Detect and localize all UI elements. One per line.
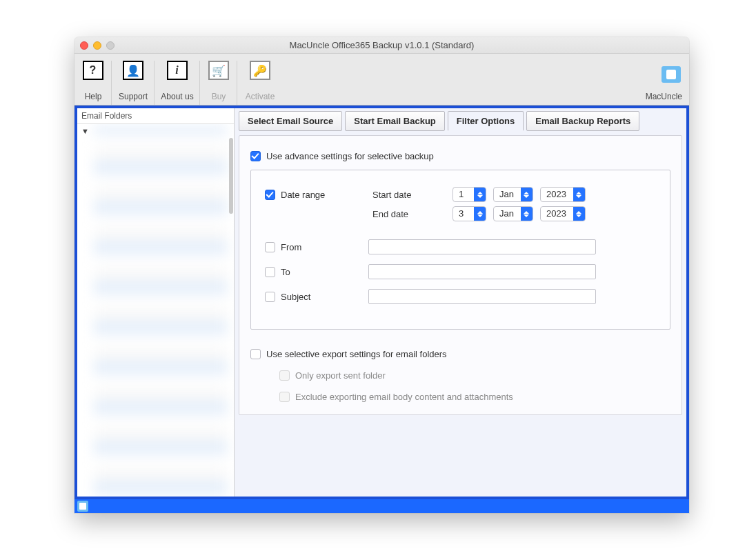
start-date-label: Start date (372, 190, 448, 200)
key-icon: 🔑 (250, 61, 270, 80)
date-range-checkbox[interactable] (265, 190, 275, 200)
end-month-select[interactable]: Jan (493, 206, 533, 221)
filter-group: Date range Start date 1 Jan 2023 End dat… (250, 170, 670, 330)
traffic-lights (80, 41, 115, 50)
date-range-label: Date range (281, 190, 325, 200)
sidebar-scrollbar[interactable] (229, 138, 233, 214)
chevron-down-icon[interactable]: ▼ (81, 127, 89, 135)
sidebar: Email Folders ▼ (77, 108, 235, 497)
to-checkbox[interactable] (265, 267, 275, 277)
content-area: Email Folders ▼ Select Email Source Star… (74, 106, 689, 499)
tab-start-backup[interactable]: Start Email Backup (345, 111, 445, 131)
start-year-select[interactable]: 2023 (540, 187, 586, 202)
toolbar: ? 👤 i 🛒 🔑 Help Support About us Buy Acti… (74, 54, 689, 106)
tab-select-source[interactable]: Select Email Source (239, 111, 342, 131)
exclude-body-checkbox (279, 392, 290, 402)
end-date-row: End date 3 Jan 2023 (265, 206, 656, 221)
advance-settings-row: Use advance settings for selective backu… (250, 151, 670, 161)
redacted-folder-list (94, 126, 227, 495)
selective-export-checkbox[interactable] (250, 349, 261, 359)
help-icon: ? (83, 61, 103, 80)
advance-settings-label: Use advance settings for selective backu… (266, 151, 434, 161)
selective-export-label: Use selective export settings for email … (266, 349, 447, 359)
sidebar-header: Email Folders (77, 108, 234, 124)
start-day-select[interactable]: 1 (452, 187, 486, 202)
toolbar-label-activate: Activate (237, 92, 283, 101)
footer-brand-icon[interactable] (77, 501, 88, 512)
exclude-body-row: Exclude exporting email body content and… (279, 392, 670, 402)
subject-label: Subject (281, 292, 310, 302)
toolbar-labels: Help Support About us Buy Activate (74, 92, 283, 101)
minimize-icon[interactable] (93, 41, 101, 50)
app-window: MacUncle Office365 Backup v1.0.1 (Standa… (74, 37, 689, 513)
from-row: From (265, 239, 656, 254)
close-icon[interactable] (80, 41, 88, 50)
toolbar-brand-label: MacUncle (646, 92, 682, 101)
tab-filter-options[interactable]: Filter Options (448, 111, 524, 131)
subject-row: Subject (265, 289, 656, 304)
selective-export-row: Use selective export settings for email … (250, 349, 670, 359)
subject-input[interactable] (368, 289, 596, 304)
exclude-body-label: Exclude exporting email body content and… (295, 392, 513, 402)
subject-checkbox[interactable] (265, 292, 275, 302)
toolbar-label-help: Help (74, 92, 112, 101)
footer-bar (74, 499, 689, 513)
toolbar-label-about: About us (155, 92, 200, 101)
toolbar-label-buy: Buy (200, 92, 237, 101)
to-input[interactable] (368, 264, 596, 279)
toolbar-label-support: Support (112, 92, 155, 101)
end-date-label: End date (372, 209, 448, 219)
tab-backup-reports[interactable]: Email Backup Reports (526, 111, 639, 131)
info-icon: i (167, 61, 188, 80)
start-month-select[interactable]: Jan (493, 187, 533, 202)
advance-settings-checkbox[interactable] (250, 151, 261, 161)
brand-icon (662, 66, 681, 83)
from-label: From (281, 242, 301, 252)
titlebar: MacUncle Office365 Backup v1.0.1 (Standa… (74, 37, 689, 54)
toolbar-brand[interactable] (662, 66, 681, 83)
main-panel: Select Email Source Start Email Backup F… (235, 108, 686, 497)
support-icon: 👤 (123, 61, 143, 80)
from-input[interactable] (368, 239, 596, 254)
window-title: MacUncle Office365 Backup v1.0.1 (Standa… (74, 40, 689, 50)
end-day-select[interactable]: 3 (452, 206, 486, 221)
only-sent-label: Only export sent folder (295, 370, 386, 381)
start-date-row: Date range Start date 1 Jan 2023 (265, 187, 656, 202)
end-year-select[interactable]: 2023 (540, 206, 586, 221)
maximize-icon (106, 41, 115, 50)
only-sent-row: Only export sent folder (279, 370, 670, 381)
to-label: To (281, 267, 290, 277)
cart-icon: 🛒 (208, 61, 229, 80)
to-row: To (265, 264, 656, 279)
only-sent-checkbox (279, 370, 290, 381)
folder-tree[interactable]: ▼ (77, 124, 234, 497)
filter-panel: Use advance settings for selective backu… (239, 135, 682, 415)
from-checkbox[interactable] (265, 242, 275, 252)
tabbar: Select Email Source Start Email Backup F… (239, 111, 682, 131)
